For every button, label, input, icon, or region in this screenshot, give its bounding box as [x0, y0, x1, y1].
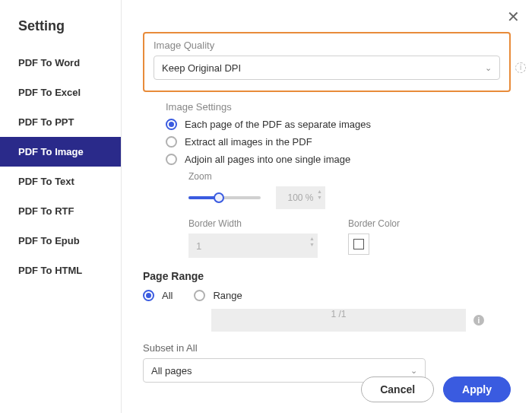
radio-icon	[166, 136, 177, 148]
zoom-value-stepper[interactable]: 100 % ▲▼	[276, 186, 325, 209]
image-quality-label: Image Quality	[154, 40, 500, 51]
chevron-down-icon: ⌄	[485, 63, 492, 73]
radio-label: All	[162, 290, 173, 301]
stepper-arrows-icon: ▲▼	[309, 236, 315, 249]
radio-label: Range	[213, 290, 242, 301]
zoom-label: Zoom	[188, 171, 511, 182]
radio-label: Extract all images in the PDF	[185, 136, 312, 148]
zoom-section: Zoom 100 % ▲▼	[188, 171, 511, 209]
info-icon[interactable]: i	[515, 62, 526, 73]
info-icon[interactable]: i	[473, 315, 484, 326]
subset-label: Subset in All	[143, 342, 511, 354]
border-width-value: 1	[196, 240, 201, 252]
radio-icon	[166, 119, 177, 130]
image-quality-group: Image Quality Keep Original DPI ⌄ i	[143, 32, 511, 92]
radio-adjoin-pages[interactable]: Adjoin all pages into one single image	[166, 154, 511, 165]
image-quality-value: Keep Original DPI	[162, 62, 241, 74]
radio-label: Adjoin all pages into one single image	[185, 154, 350, 165]
cancel-button[interactable]: Cancel	[361, 376, 434, 402]
footer: Cancel Apply	[361, 376, 511, 402]
border-row: Border Width 1 ▲▼ Border Color	[188, 218, 511, 258]
sidebar-item-pdf-to-rtf[interactable]: PDF To RTF	[0, 196, 121, 226]
image-quality-select[interactable]: Keep Original DPI ⌄	[154, 56, 500, 80]
sidebar-item-pdf-to-image[interactable]: PDF To Image	[0, 137, 121, 167]
radio-icon	[143, 290, 154, 301]
image-settings-label: Image Settings	[166, 101, 511, 113]
slider-thumb[interactable]	[214, 192, 224, 203]
sidebar-title: Setting	[0, 15, 121, 48]
sidebar: Setting PDF To Word PDF To Excel PDF To …	[0, 0, 122, 413]
border-color-label: Border Color	[348, 218, 400, 229]
page-range-title: Page Range	[143, 270, 511, 282]
sidebar-item-pdf-to-epub[interactable]: PDF To Epub	[0, 226, 121, 256]
border-color-picker[interactable]	[348, 234, 369, 255]
radio-extract-images[interactable]: Extract all images in the PDF	[166, 136, 511, 148]
main-panel: ✕ Image Quality Keep Original DPI ⌄ i Im…	[122, 0, 532, 413]
subset-value: All pages	[151, 365, 192, 376]
color-swatch-icon	[353, 239, 364, 249]
radio-icon	[166, 154, 177, 165]
stepper-arrows-icon: ▲▼	[317, 189, 322, 202]
radio-range-all[interactable]: All	[143, 290, 173, 301]
radio-range-range[interactable]: Range	[194, 290, 242, 301]
apply-button[interactable]: Apply	[443, 376, 511, 402]
sidebar-item-pdf-to-ppt[interactable]: PDF To PPT	[0, 107, 121, 137]
zoom-value-text: 100 %	[287, 192, 313, 203]
sidebar-item-pdf-to-text[interactable]: PDF To Text	[0, 167, 121, 196]
sidebar-item-pdf-to-excel[interactable]: PDF To Excel	[0, 78, 121, 107]
radio-icon	[194, 290, 205, 301]
sidebar-item-pdf-to-html[interactable]: PDF To HTML	[0, 256, 121, 285]
close-icon[interactable]: ✕	[504, 6, 523, 27]
border-width-label: Border Width	[188, 218, 318, 229]
border-width-input[interactable]: 1 ▲▼	[188, 234, 318, 258]
sidebar-item-pdf-to-word[interactable]: PDF To Word	[0, 48, 121, 78]
radio-separate-images[interactable]: Each page of the PDF as separate images	[166, 119, 511, 130]
chevron-down-icon: ⌄	[410, 366, 417, 376]
page-range-value: 1 /1	[331, 309, 346, 319]
radio-label: Each page of the PDF as separate images	[185, 119, 371, 130]
page-range-input[interactable]: 1 /1	[211, 309, 466, 332]
zoom-slider[interactable]	[188, 190, 261, 205]
